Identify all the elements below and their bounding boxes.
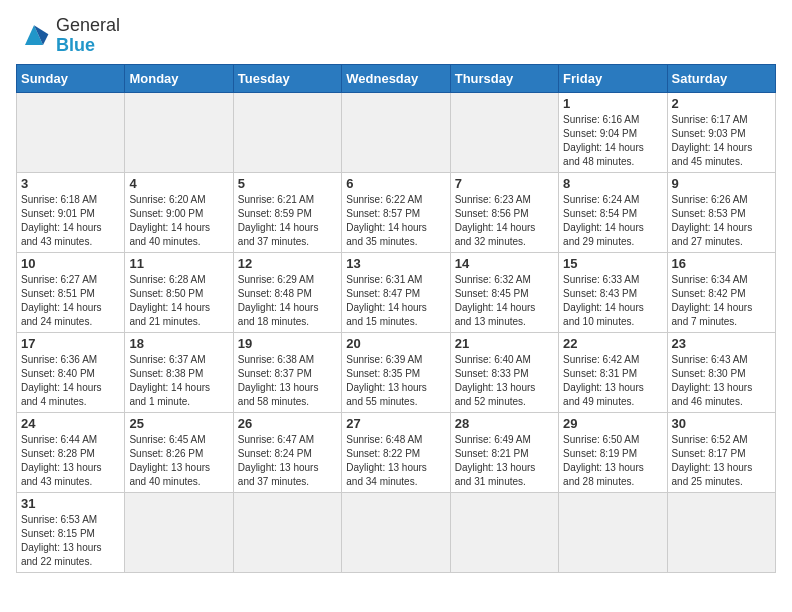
day-number: 31 xyxy=(21,496,120,511)
calendar-cell xyxy=(450,92,558,172)
calendar-cell: 25Sunrise: 6:45 AM Sunset: 8:26 PM Dayli… xyxy=(125,412,233,492)
day-number: 6 xyxy=(346,176,445,191)
day-info: Sunrise: 6:21 AM Sunset: 8:59 PM Dayligh… xyxy=(238,193,337,249)
calendar-cell xyxy=(125,492,233,572)
calendar-cell: 12Sunrise: 6:29 AM Sunset: 8:48 PM Dayli… xyxy=(233,252,341,332)
day-number: 8 xyxy=(563,176,662,191)
calendar-cell: 2Sunrise: 6:17 AM Sunset: 9:03 PM Daylig… xyxy=(667,92,775,172)
calendar-cell: 13Sunrise: 6:31 AM Sunset: 8:47 PM Dayli… xyxy=(342,252,450,332)
day-info: Sunrise: 6:38 AM Sunset: 8:37 PM Dayligh… xyxy=(238,353,337,409)
day-number: 5 xyxy=(238,176,337,191)
day-info: Sunrise: 6:50 AM Sunset: 8:19 PM Dayligh… xyxy=(563,433,662,489)
calendar-cell: 18Sunrise: 6:37 AM Sunset: 8:38 PM Dayli… xyxy=(125,332,233,412)
day-info: Sunrise: 6:48 AM Sunset: 8:22 PM Dayligh… xyxy=(346,433,445,489)
day-number: 16 xyxy=(672,256,771,271)
calendar-cell: 28Sunrise: 6:49 AM Sunset: 8:21 PM Dayli… xyxy=(450,412,558,492)
day-info: Sunrise: 6:52 AM Sunset: 8:17 PM Dayligh… xyxy=(672,433,771,489)
weekday-header-saturday: Saturday xyxy=(667,64,775,92)
calendar-cell: 30Sunrise: 6:52 AM Sunset: 8:17 PM Dayli… xyxy=(667,412,775,492)
day-number: 27 xyxy=(346,416,445,431)
day-number: 20 xyxy=(346,336,445,351)
day-info: Sunrise: 6:39 AM Sunset: 8:35 PM Dayligh… xyxy=(346,353,445,409)
day-number: 29 xyxy=(563,416,662,431)
day-number: 18 xyxy=(129,336,228,351)
day-number: 1 xyxy=(563,96,662,111)
day-number: 4 xyxy=(129,176,228,191)
calendar-cell: 29Sunrise: 6:50 AM Sunset: 8:19 PM Dayli… xyxy=(559,412,667,492)
day-info: Sunrise: 6:36 AM Sunset: 8:40 PM Dayligh… xyxy=(21,353,120,409)
calendar-cell: 31Sunrise: 6:53 AM Sunset: 8:15 PM Dayli… xyxy=(17,492,125,572)
day-info: Sunrise: 6:47 AM Sunset: 8:24 PM Dayligh… xyxy=(238,433,337,489)
calendar-cell xyxy=(233,92,341,172)
day-info: Sunrise: 6:44 AM Sunset: 8:28 PM Dayligh… xyxy=(21,433,120,489)
weekday-header-tuesday: Tuesday xyxy=(233,64,341,92)
calendar-cell: 24Sunrise: 6:44 AM Sunset: 8:28 PM Dayli… xyxy=(17,412,125,492)
day-number: 11 xyxy=(129,256,228,271)
logo-text: General Blue xyxy=(56,16,120,56)
calendar-cell xyxy=(17,92,125,172)
day-info: Sunrise: 6:27 AM Sunset: 8:51 PM Dayligh… xyxy=(21,273,120,329)
weekday-header-sunday: Sunday xyxy=(17,64,125,92)
calendar-cell: 9Sunrise: 6:26 AM Sunset: 8:53 PM Daylig… xyxy=(667,172,775,252)
day-number: 3 xyxy=(21,176,120,191)
day-number: 19 xyxy=(238,336,337,351)
calendar-cell: 27Sunrise: 6:48 AM Sunset: 8:22 PM Dayli… xyxy=(342,412,450,492)
calendar-cell: 22Sunrise: 6:42 AM Sunset: 8:31 PM Dayli… xyxy=(559,332,667,412)
day-info: Sunrise: 6:34 AM Sunset: 8:42 PM Dayligh… xyxy=(672,273,771,329)
calendar-cell: 17Sunrise: 6:36 AM Sunset: 8:40 PM Dayli… xyxy=(17,332,125,412)
weekday-header-friday: Friday xyxy=(559,64,667,92)
logo-icon xyxy=(16,18,52,54)
calendar-week-1: 1Sunrise: 6:16 AM Sunset: 9:04 PM Daylig… xyxy=(17,92,776,172)
calendar-cell xyxy=(450,492,558,572)
calendar-cell: 23Sunrise: 6:43 AM Sunset: 8:30 PM Dayli… xyxy=(667,332,775,412)
calendar-cell: 3Sunrise: 6:18 AM Sunset: 9:01 PM Daylig… xyxy=(17,172,125,252)
calendar-cell: 21Sunrise: 6:40 AM Sunset: 8:33 PM Dayli… xyxy=(450,332,558,412)
calendar-cell: 7Sunrise: 6:23 AM Sunset: 8:56 PM Daylig… xyxy=(450,172,558,252)
day-info: Sunrise: 6:29 AM Sunset: 8:48 PM Dayligh… xyxy=(238,273,337,329)
calendar-cell: 15Sunrise: 6:33 AM Sunset: 8:43 PM Dayli… xyxy=(559,252,667,332)
calendar-cell xyxy=(125,92,233,172)
day-number: 14 xyxy=(455,256,554,271)
day-number: 9 xyxy=(672,176,771,191)
day-info: Sunrise: 6:23 AM Sunset: 8:56 PM Dayligh… xyxy=(455,193,554,249)
calendar-cell: 20Sunrise: 6:39 AM Sunset: 8:35 PM Dayli… xyxy=(342,332,450,412)
calendar-week-3: 10Sunrise: 6:27 AM Sunset: 8:51 PM Dayli… xyxy=(17,252,776,332)
calendar-cell: 4Sunrise: 6:20 AM Sunset: 9:00 PM Daylig… xyxy=(125,172,233,252)
calendar-cell: 6Sunrise: 6:22 AM Sunset: 8:57 PM Daylig… xyxy=(342,172,450,252)
calendar-week-2: 3Sunrise: 6:18 AM Sunset: 9:01 PM Daylig… xyxy=(17,172,776,252)
calendar-cell xyxy=(342,492,450,572)
day-number: 22 xyxy=(563,336,662,351)
day-info: Sunrise: 6:33 AM Sunset: 8:43 PM Dayligh… xyxy=(563,273,662,329)
day-number: 7 xyxy=(455,176,554,191)
day-info: Sunrise: 6:40 AM Sunset: 8:33 PM Dayligh… xyxy=(455,353,554,409)
day-number: 15 xyxy=(563,256,662,271)
day-number: 30 xyxy=(672,416,771,431)
calendar-cell xyxy=(233,492,341,572)
weekday-header-monday: Monday xyxy=(125,64,233,92)
calendar-cell: 5Sunrise: 6:21 AM Sunset: 8:59 PM Daylig… xyxy=(233,172,341,252)
day-info: Sunrise: 6:49 AM Sunset: 8:21 PM Dayligh… xyxy=(455,433,554,489)
day-number: 17 xyxy=(21,336,120,351)
page-header: General Blue xyxy=(16,16,776,56)
day-info: Sunrise: 6:18 AM Sunset: 9:01 PM Dayligh… xyxy=(21,193,120,249)
calendar-cell xyxy=(667,492,775,572)
day-info: Sunrise: 6:17 AM Sunset: 9:03 PM Dayligh… xyxy=(672,113,771,169)
day-number: 25 xyxy=(129,416,228,431)
calendar-cell: 8Sunrise: 6:24 AM Sunset: 8:54 PM Daylig… xyxy=(559,172,667,252)
day-info: Sunrise: 6:53 AM Sunset: 8:15 PM Dayligh… xyxy=(21,513,120,569)
day-info: Sunrise: 6:16 AM Sunset: 9:04 PM Dayligh… xyxy=(563,113,662,169)
day-info: Sunrise: 6:26 AM Sunset: 8:53 PM Dayligh… xyxy=(672,193,771,249)
day-info: Sunrise: 6:22 AM Sunset: 8:57 PM Dayligh… xyxy=(346,193,445,249)
calendar-cell: 26Sunrise: 6:47 AM Sunset: 8:24 PM Dayli… xyxy=(233,412,341,492)
day-number: 12 xyxy=(238,256,337,271)
day-number: 28 xyxy=(455,416,554,431)
calendar-cell: 10Sunrise: 6:27 AM Sunset: 8:51 PM Dayli… xyxy=(17,252,125,332)
day-number: 13 xyxy=(346,256,445,271)
calendar-week-6: 31Sunrise: 6:53 AM Sunset: 8:15 PM Dayli… xyxy=(17,492,776,572)
day-info: Sunrise: 6:20 AM Sunset: 9:00 PM Dayligh… xyxy=(129,193,228,249)
day-number: 2 xyxy=(672,96,771,111)
calendar-week-5: 24Sunrise: 6:44 AM Sunset: 8:28 PM Dayli… xyxy=(17,412,776,492)
calendar-cell: 14Sunrise: 6:32 AM Sunset: 8:45 PM Dayli… xyxy=(450,252,558,332)
calendar-cell: 19Sunrise: 6:38 AM Sunset: 8:37 PM Dayli… xyxy=(233,332,341,412)
day-info: Sunrise: 6:24 AM Sunset: 8:54 PM Dayligh… xyxy=(563,193,662,249)
